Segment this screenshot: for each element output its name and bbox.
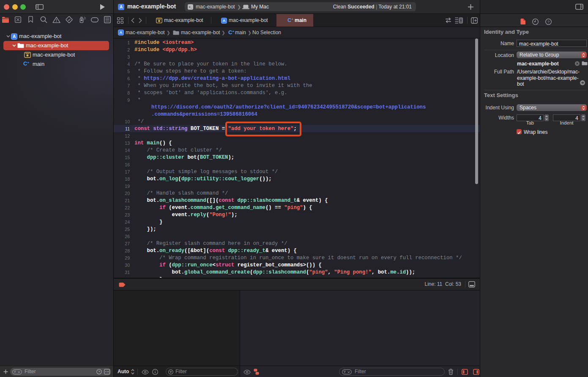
svg-text:?: ?	[547, 19, 550, 24]
